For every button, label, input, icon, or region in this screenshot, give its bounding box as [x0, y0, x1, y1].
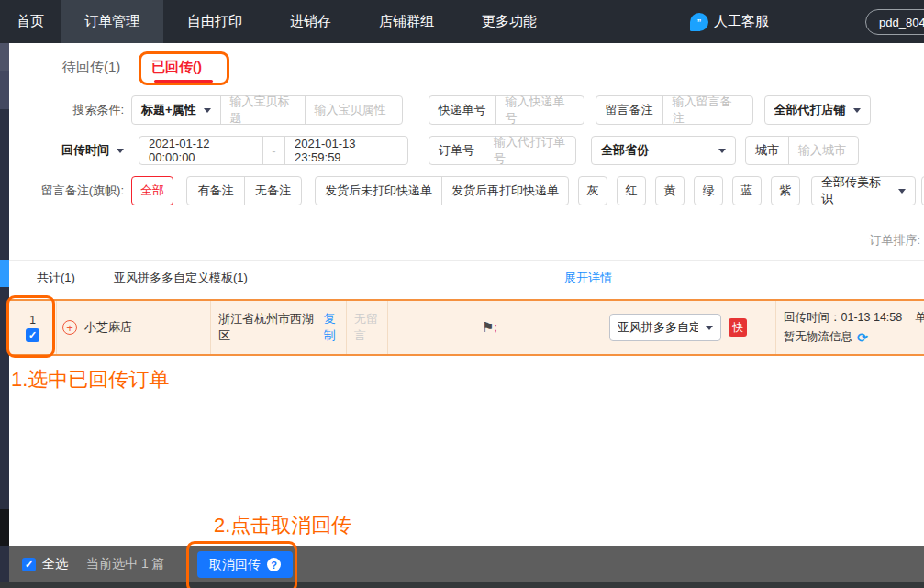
title-attr-group: 标题+属性 输入宝贝标题 输入宝贝属性 — [131, 95, 403, 125]
flag-green-button[interactable]: 绿 — [694, 176, 723, 205]
expand-details-link[interactable]: 展开详情 — [564, 270, 612, 286]
search-condition-label: 搜索条件: — [9, 102, 124, 118]
chevron-down-icon — [718, 149, 726, 153]
date-from-input[interactable]: 2021-01-12 00:00:00 — [139, 137, 262, 164]
city-group: 城市 输入城市 — [745, 136, 859, 165]
express-no-input[interactable]: 输入快递单号 — [495, 96, 584, 124]
flag-mark: ; — [494, 321, 496, 334]
order-no-input[interactable]: 输入代打订单号 — [484, 137, 575, 164]
order-row: 1 ✓ + 小芝麻店 浙江省杭州市西湖区 复制 无留言 ⚑ ; 亚风拼多多自定义… — [9, 299, 924, 356]
memo-search-input[interactable]: 输入留言备注 — [662, 96, 752, 124]
flag-cell: ⚑ ; — [388, 301, 596, 354]
order-no-group: 订单号 输入代打订单号 — [429, 136, 576, 165]
copy-link[interactable]: 复制 — [324, 311, 346, 344]
customer-service-label: 人工客服 — [714, 13, 769, 30]
account-chip[interactable]: pdd_8048 — [865, 9, 924, 35]
order-no-label: 订单号 — [429, 137, 484, 164]
sidebar-active-segment[interactable] — [0, 260, 9, 287]
province-select-value: 全部省份 — [601, 142, 649, 159]
return-time-select[interactable]: 回传时间 — [9, 142, 124, 159]
left-sidebar-strip — [0, 43, 9, 588]
memo-search-group: 留言备注 输入留言备注 — [596, 95, 753, 125]
return-time-label: 回传时间 — [61, 142, 109, 159]
attr-input[interactable]: 输入宝贝属性 — [305, 96, 402, 124]
shop-cell: + 小芝麻店 — [57, 301, 211, 354]
after-ship-reprint-button[interactable]: 发货后再打印快递单 — [441, 177, 568, 205]
row-template-value: 亚风拼多多自定义 — [618, 319, 698, 336]
address-text: 浙江省杭州市西湖区 — [218, 311, 318, 344]
flag-blue-button[interactable]: 蓝 — [732, 176, 762, 205]
flag-all-button[interactable]: 全部 — [131, 176, 173, 205]
cancel-return-button[interactable]: 取消回传 ? — [197, 551, 293, 578]
help-question-icon[interactable]: ? — [267, 558, 281, 571]
expand-plus-icon[interactable]: + — [62, 320, 77, 335]
cancel-return-label: 取消回传 — [209, 557, 261, 573]
filter-row-time: 回传时间 2021-01-12 00:00:00 - 2021-01-13 23… — [9, 136, 924, 165]
tab-pending-return[interactable]: 待回传(1) — [62, 59, 120, 76]
has-memo-button[interactable]: 有备注 — [187, 177, 244, 205]
city-input[interactable]: 输入城市 — [788, 137, 858, 164]
nav-item-shop-group[interactable]: 店铺群组 — [355, 0, 458, 43]
app-window: 首页 订单管理 自由打印 进销存 店铺群组 更多功能 ” 人工客服 pdd_80… — [0, 0, 924, 588]
select-all-checkbox[interactable]: ✓ — [22, 558, 36, 571]
bottom-edge-strip — [0, 582, 924, 588]
chat-bubble-icon: ” — [690, 13, 708, 31]
selection-count: 当前选中 1 篇 — [86, 556, 165, 572]
address-cell: 浙江省杭州市西湖区 复制 — [211, 301, 347, 354]
flag-yellow-button[interactable]: 黄 — [655, 176, 685, 205]
flag-icon: ⚑ — [482, 319, 494, 336]
account-name: pdd_8048 — [879, 16, 924, 29]
chevron-down-icon — [117, 149, 124, 153]
title-input[interactable]: 输入宝贝标题 — [220, 96, 305, 124]
chuanmei-select[interactable]: 全部传美标识 — [811, 176, 916, 205]
flag-gray-button[interactable]: 灰 — [578, 176, 607, 205]
chevron-down-icon — [204, 108, 211, 113]
annotation-step1-text: 1.选中已回传订单 — [11, 366, 169, 394]
title-attr-select[interactable]: 标题+属性 — [132, 96, 220, 124]
memo-toggle-group: 有备注 无备注 — [186, 176, 302, 205]
date-range-group: 2021-01-12 00:00:00 - 2021-01-13 23:59:5… — [139, 136, 408, 165]
template-cell: 亚风拼多多自定义 快 — [596, 301, 775, 354]
filter-row-search: 搜索条件: 标题+属性 输入宝贝标题 输入宝贝属性 快递单号 输入快递单号 留言… — [9, 95, 924, 125]
sidebar-segment-1 — [0, 43, 9, 71]
express-no-group: 快递单号 输入快递单号 — [429, 95, 584, 125]
date-to-input[interactable]: 2021-01-13 23:59:59 — [284, 137, 407, 164]
order-sort-label: 订单排序: — [869, 232, 920, 249]
shop-select[interactable]: 全部代打店铺 — [764, 95, 871, 125]
tab-active-underline — [154, 80, 213, 83]
chevron-down-icon — [706, 326, 713, 330]
no-memo-button[interactable]: 无备注 — [244, 177, 301, 205]
filter-row-flags: 留言备注(旗帜): 全部 有备注 无备注 发货后未打印快递单 发货后再打印快递单… — [9, 176, 924, 205]
chuanmei-select-value: 全部传美标识 — [821, 174, 891, 207]
row-template-select[interactable]: 亚风拼多多自定义 — [609, 314, 721, 341]
date-separator: - — [262, 137, 284, 164]
tab-returned[interactable]: 已回传() — [151, 59, 202, 76]
customer-service[interactable]: ” 人工客服 — [690, 0, 769, 43]
after-ship-unprinted-button[interactable]: 发货后未打印快递单 — [316, 177, 441, 205]
memo-flag-label: 留言备注(旗帜): — [9, 183, 124, 199]
logistics-cell: 回传时间：01-13 14:58单号 暂无物流信息 ⟳ — [775, 301, 924, 354]
row-checkbox[interactable]: ✓ — [26, 328, 39, 342]
row-select-cell: 1 ✓ — [9, 301, 57, 354]
nav-item-order-management[interactable]: 订单管理 — [61, 0, 163, 43]
shop-name: 小芝麻店 — [84, 319, 132, 336]
memo-cell: 无留言 — [347, 301, 388, 354]
nav-item-inventory[interactable]: 进销存 — [266, 0, 355, 43]
select-all-label: 全选 — [42, 556, 68, 572]
province-select[interactable]: 全部省份 — [591, 136, 736, 165]
nav-item-free-print[interactable]: 自由打印 — [163, 0, 266, 43]
sidebar-segment-2 — [0, 71, 9, 109]
sidebar-segment-dark — [0, 509, 9, 546]
nav-item-home[interactable]: 首页 — [0, 0, 61, 43]
return-time-text: 回传时间：01-13 14:58 — [784, 311, 902, 324]
title-attr-select-value: 标题+属性 — [141, 102, 196, 118]
print-state-group: 发货后未打印快递单 发货后再打印快递单 — [315, 176, 569, 205]
top-nav: 首页 订单管理 自由打印 进销存 店铺群组 更多功能 ” 人工客服 pdd_80… — [0, 0, 924, 43]
logistics-status-text: 暂无物流信息 — [784, 329, 852, 345]
memo-text: 无留言 — [354, 311, 387, 344]
chevron-down-icon — [898, 189, 906, 194]
flag-red-button[interactable]: 红 — [617, 176, 646, 205]
flag-purple-button[interactable]: 紫 — [771, 176, 800, 205]
nav-item-more[interactable]: 更多功能 — [458, 0, 561, 43]
refresh-sync-icon[interactable]: ⟳ — [857, 330, 868, 345]
